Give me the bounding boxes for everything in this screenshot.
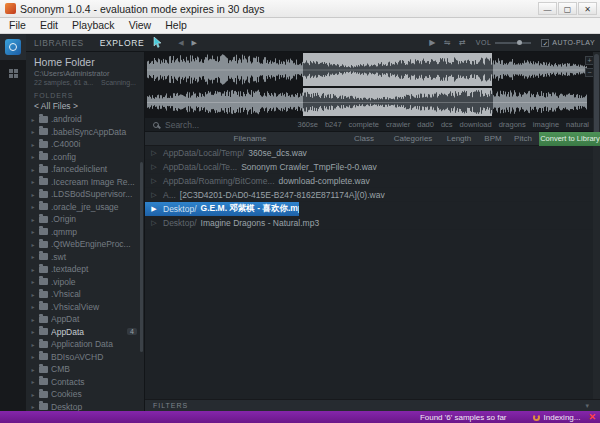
search-tag[interactable]: dcs — [441, 120, 453, 129]
results-list: ▷ AppData/Local/Temp/ 360se_dcs.wav ▷ Ap… — [145, 146, 600, 230]
folder-item[interactable]: ▸ .config — [26, 151, 144, 164]
folder-item[interactable]: ▸ .LDSBodSupervisor... — [26, 188, 144, 201]
row-play-icon[interactable]: ▷ — [149, 191, 159, 199]
autoplay-checkbox[interactable]: ✓ — [541, 39, 549, 47]
folder-item[interactable]: ▸ .vipole — [26, 276, 144, 289]
search-tag[interactable]: 360se — [297, 120, 317, 129]
close-button[interactable]: ✕ — [578, 2, 597, 15]
sample-path: A... — [163, 190, 176, 200]
shuffle-button[interactable]: ⇄ — [455, 38, 470, 47]
folders-section-label: FOLDERS — [26, 86, 144, 100]
folder-icon — [39, 341, 48, 348]
folder-item[interactable]: ▸ Contacts — [26, 376, 144, 389]
folder-item[interactable]: ▸ Cookies — [26, 388, 144, 401]
folder-item[interactable]: ▸ Application Data — [26, 338, 144, 351]
folder-item[interactable]: ▸ .QtWebEngineProc... — [26, 238, 144, 251]
sample-path: AppData/Local/Temp/ — [163, 148, 244, 158]
folder-item[interactable]: ▸ .C4000i — [26, 138, 144, 151]
menu-item[interactable]: Help — [158, 18, 194, 33]
search-bar[interactable]: Search... 360seb247completecrawlerdad0dc… — [145, 118, 600, 132]
search-tag[interactable]: b247 — [325, 120, 342, 129]
column-header[interactable]: Length — [439, 134, 479, 143]
folder-item[interactable]: ▸ .textadept — [26, 263, 144, 276]
row-play-icon[interactable]: ▷ — [149, 163, 159, 171]
folder-item[interactable]: ▸ AppData 4 — [26, 326, 144, 339]
main-scrollbar[interactable] — [593, 52, 600, 399]
sample-row[interactable]: ▷ AppData/Roaming/BitCome... download-co… — [145, 174, 594, 188]
folder-item[interactable]: ▸ .Icecream Image Re... — [26, 176, 144, 189]
filters-chevron-icon[interactable]: ▾ — [585, 402, 589, 410]
tag-suggestions: 360seb247completecrawlerdad0dcsdownloadd… — [297, 120, 589, 129]
waveform-overview[interactable] — [147, 53, 587, 86]
row-play-icon[interactable]: ▷ — [149, 149, 159, 157]
menu-item[interactable]: Playback — [65, 18, 122, 33]
column-header-filename[interactable]: Filename — [159, 134, 341, 143]
search-tag[interactable]: natural — [566, 120, 589, 129]
folder-item[interactable]: ▸ Desktop — [26, 401, 144, 412]
column-header[interactable]: Categories — [387, 134, 439, 143]
nav-forward-button[interactable]: ▶ — [188, 39, 201, 47]
folder-icon — [39, 316, 48, 323]
convert-to-library-button[interactable]: Convert to Library — [539, 132, 600, 146]
app-logo-icon[interactable] — [0, 34, 26, 60]
menu-item[interactable]: File — [2, 18, 33, 33]
menu-item[interactable]: View — [122, 18, 159, 33]
chevron-right-icon: ▸ — [30, 166, 36, 173]
column-header[interactable]: Class — [341, 134, 387, 143]
menubar: FileEditPlaybackViewHelp — [0, 18, 600, 34]
folder-item[interactable]: ▸ CMB — [26, 363, 144, 376]
folder-item[interactable]: ▸ .fancedeliclient — [26, 163, 144, 176]
filters-bar[interactable]: FILTERS ▾ — [145, 399, 600, 411]
sample-name: Sononym Crawler_TmpFile-0-0.wav — [241, 162, 377, 172]
search-tag[interactable]: dad0 — [417, 120, 434, 129]
maximize-button[interactable]: ▢ — [558, 2, 577, 15]
nav-back-button[interactable]: ◀ — [174, 39, 187, 47]
folder-item[interactable]: ▸ .swt — [26, 251, 144, 264]
tab-libraries[interactable]: LIBRARIES — [26, 38, 92, 48]
folder-label: Desktop — [51, 402, 140, 411]
sample-row[interactable]: ▷ AppData/Local/Temp/ 360se_dcs.wav — [145, 146, 594, 160]
tab-explore[interactable]: EXPLORE — [92, 38, 152, 48]
repeat-button[interactable]: ⇋ — [440, 38, 455, 47]
all-files-item[interactable]: < All Files > — [26, 100, 144, 113]
volume-slider[interactable] — [495, 42, 531, 44]
folder-item[interactable]: ▸ .VhsicalView — [26, 301, 144, 314]
waveform-detail[interactable] — [147, 88, 587, 116]
folder-label: .android — [51, 114, 140, 124]
folder-item[interactable]: ▸ .Origin — [26, 213, 144, 226]
search-tag[interactable]: complete — [349, 120, 379, 129]
sample-row[interactable]: ▷ Desktop/ Imagine Dragons - Natural.mp3 — [145, 216, 594, 230]
row-play-icon[interactable]: ▷ — [149, 177, 159, 185]
main-scrollbar-thumb[interactable] — [594, 54, 599, 139]
search-tag[interactable]: imagine — [533, 120, 559, 129]
sample-name: Imagine Dragons - Natural.mp3 — [201, 218, 320, 228]
sample-row[interactable]: ▷ A... [2C3D4201-DAD0-415E-B247-8162E871… — [145, 188, 594, 202]
status-close-button[interactable]: ✕ — [588, 412, 596, 422]
row-play-icon[interactable]: ▶ — [149, 205, 159, 213]
folder-item[interactable]: ▸ .qmmp — [26, 226, 144, 239]
folder-item[interactable]: ▸ .Vhsical — [26, 288, 144, 301]
sidebar-scrollbar[interactable] — [140, 162, 143, 352]
row-play-icon[interactable]: ▷ — [149, 219, 159, 227]
folder-item[interactable]: ▸ .android — [26, 113, 144, 126]
folder-item[interactable]: ▸ AppDat — [26, 313, 144, 326]
search-tag[interactable]: crawler — [386, 120, 410, 129]
chevron-right-icon: ▸ — [30, 191, 36, 198]
menu-item[interactable]: Edit — [33, 18, 65, 33]
folder-item[interactable]: ▸ BDIsoAVCHD — [26, 351, 144, 364]
minimize-button[interactable]: — — [538, 2, 557, 15]
column-header[interactable]: BPM — [479, 134, 507, 143]
status-bar: Found '6' samples so far Indexing... ✕ — [0, 411, 600, 423]
search-tag[interactable]: download — [460, 120, 492, 129]
indexing-text: Indexing... — [544, 413, 581, 422]
sample-name: download-complete.wav — [279, 176, 370, 186]
grid-icon[interactable] — [9, 69, 18, 78]
search-tag[interactable]: dragons — [499, 120, 526, 129]
folder-item[interactable]: ▸ .babelSyncAppData — [26, 126, 144, 139]
search-input[interactable]: Search... — [165, 120, 199, 130]
column-header[interactable]: Pitch — [507, 134, 539, 143]
sample-row[interactable]: ▷ AppData/Local/Te... Sononym Crawler_Tm… — [145, 160, 594, 174]
play-button[interactable]: ▶ — [425, 38, 440, 47]
sample-row[interactable]: ▶ Desktop/ G.E.M. 邓紫棋 - 喜欢你.mp3 — [145, 202, 299, 216]
folder-item[interactable]: ▸ .oracle_jre_usage — [26, 201, 144, 214]
